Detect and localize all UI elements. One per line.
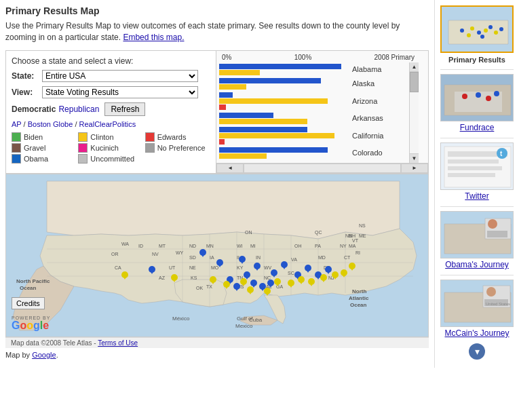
legend-color	[12, 143, 21, 153]
svg-text:ME: ME	[359, 233, 366, 238]
svg-text:QC: QC	[315, 230, 322, 235]
svg-text:NE: NE	[189, 265, 196, 270]
svg-text:Cuba: Cuba	[249, 317, 263, 323]
view-row: View: State Voting ResultsCounty Voting …	[12, 86, 210, 98]
state-row: State: Entire USAAlabamaAlaskaArizonaArk…	[12, 70, 210, 82]
svg-text:MO: MO	[211, 265, 219, 270]
svg-text:NB: NB	[345, 233, 352, 238]
state-label: State:	[12, 71, 42, 81]
mccains-journey-image[interactable]: United States	[440, 280, 514, 327]
svg-text:United States: United States	[486, 302, 510, 306]
twitter-image[interactable]: t	[440, 142, 514, 190]
map-footer-text: Map data ©2008 Tele Atlas -	[11, 339, 96, 347]
fundrace-image[interactable]	[440, 74, 514, 121]
legend-item: Edwards	[145, 132, 210, 142]
bar-blue	[219, 127, 307, 132]
svg-text:IA: IA	[210, 255, 214, 260]
obamas-journey-label[interactable]: Obama's Journey	[440, 260, 514, 269]
bar-blue	[219, 64, 341, 69]
scroll-thumb[interactable]	[410, 72, 419, 92]
state-select[interactable]: Entire USAAlabamaAlaskaArizonaArkansasCa…	[42, 70, 198, 82]
svg-point-136	[484, 28, 488, 33]
bars-scroll[interactable]: AlabamaAlaskaArizonaArkansasCaliforniaCo…	[216, 62, 419, 163]
mccains-journey-label[interactable]: McCain's Journey	[440, 328, 514, 338]
bar-yellow	[219, 153, 267, 159]
map-svg-container: WA OR CA ID NV MT WY UT AZ ND SD NE KS O…	[6, 174, 428, 337]
svg-text:NV: NV	[152, 252, 159, 256]
legend: BidenClintonEdwardsGravelKucinichNo Pref…	[12, 132, 210, 164]
vertical-scrollbar[interactable]: ▲ ▼	[409, 62, 419, 163]
year-label: 2008 Primary	[374, 54, 415, 61]
map-by-label: Map by	[5, 351, 30, 359]
svg-text:MD: MD	[318, 255, 326, 260]
right-panel: Primary Results Fundrace	[434, 0, 519, 368]
bar-red	[219, 104, 226, 110]
svg-text:NS: NS	[359, 223, 366, 228]
source-ap[interactable]: AP	[12, 120, 21, 128]
mccains-journey-thumb: United States McCain's Journey	[440, 280, 514, 338]
scroll-down-button[interactable]: ▼	[410, 153, 419, 163]
svg-text:AZ: AZ	[159, 275, 166, 280]
bar-blue	[219, 78, 321, 83]
svg-text:OK: OK	[196, 286, 203, 290]
svg-point-138	[494, 31, 498, 35]
legend-label: Kucinich	[90, 144, 119, 152]
credits-button[interactable]: Credits	[12, 297, 45, 309]
svg-text:Ocean: Ocean	[20, 285, 37, 291]
svg-text:MI: MI	[250, 244, 256, 248]
bar-row: Colorado	[219, 147, 416, 159]
horizontal-scrollbar[interactable]: ◄ ►	[216, 163, 428, 173]
source-boston-globe[interactable]: Boston Globe	[28, 120, 73, 128]
primary-results-label: Primary Results	[440, 56, 514, 64]
legend-label: Biden	[24, 133, 43, 141]
refresh-button[interactable]: Refresh	[104, 102, 145, 116]
svg-text:NC: NC	[264, 275, 271, 280]
twitter-thumb: t Twitter	[440, 142, 514, 201]
scale-left: 0%	[222, 54, 231, 61]
svg-point-133	[460, 28, 464, 33]
bar-row: Alabama	[219, 64, 416, 75]
legend-label: Gravel	[24, 144, 45, 152]
bar-state-name: Alabama	[352, 65, 381, 73]
scroll-right-button[interactable]: ►	[401, 164, 428, 173]
chevron-down-button[interactable]: ▾	[469, 343, 485, 360]
rep-link[interactable]: Republican	[58, 104, 99, 114]
bar-state-name: Alaska	[352, 79, 374, 88]
svg-text:MT: MT	[159, 244, 166, 248]
legend-color	[12, 154, 21, 164]
embed-link[interactable]: Embed this map.	[123, 33, 184, 42]
controls-row: Choose a state and select a view: State:…	[6, 51, 428, 174]
twitter-label[interactable]: Twitter	[440, 191, 514, 201]
map-footer: Map data ©2008 Tele Atlas - Terms of Use	[5, 337, 429, 348]
bar-row: Alaska	[219, 78, 416, 90]
bar-blue	[219, 147, 328, 153]
source-realclearpolitics[interactable]: RealClearPolitics	[79, 120, 136, 128]
legend-item: No Preference	[145, 143, 210, 153]
terms-of-use-link[interactable]: Terms of Use	[98, 339, 138, 347]
svg-point-162	[486, 287, 496, 297]
bar-row: Arizona	[219, 92, 416, 110]
legend-label: No Preference	[157, 144, 206, 152]
scroll-left-button[interactable]: ◄	[216, 164, 244, 173]
obamas-journey-image[interactable]	[440, 211, 514, 259]
legend-label: Obama	[24, 155, 48, 163]
svg-text:IN: IN	[256, 255, 261, 260]
fundrace-label[interactable]: Fundrace	[440, 123, 514, 132]
bar-yellow	[219, 70, 260, 75]
svg-point-135	[477, 31, 481, 35]
bar-row: Arkansas	[219, 113, 416, 124]
svg-text:NY: NY	[340, 244, 347, 248]
primary-results-image[interactable]	[440, 5, 514, 53]
svg-text:VA: VA	[291, 257, 297, 262]
scroll-up-button[interactable]: ▲	[410, 62, 419, 72]
legend-item: Biden	[12, 132, 77, 142]
divider-3	[440, 206, 514, 207]
bar-yellow	[219, 133, 334, 138]
svg-text:VT: VT	[352, 238, 359, 243]
view-select[interactable]: State Voting ResultsCounty Voting Result…	[42, 86, 198, 98]
svg-text:OR: OR	[111, 252, 119, 256]
map-area[interactable]: ← → ↓ + −	[6, 174, 428, 337]
google-link[interactable]: Google	[32, 351, 56, 359]
left-panel: Primary Results Map Use the Primary Resu…	[0, 0, 434, 368]
page-title: Primary Results Map	[5, 5, 429, 16]
